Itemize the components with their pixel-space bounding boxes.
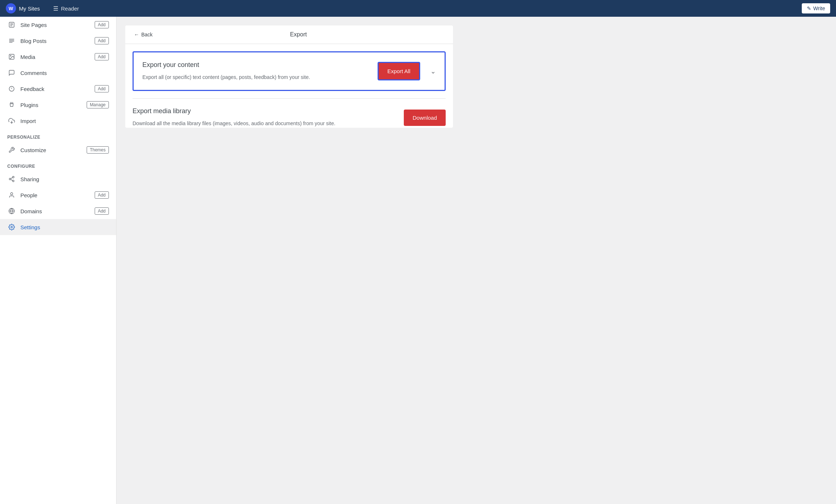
sidebar-item-media[interactable]: Media Add (0, 49, 116, 65)
plugins-icon (7, 100, 16, 109)
write-icon: ✎ (807, 5, 811, 11)
my-sites-nav[interactable]: W My Sites (6, 3, 46, 13)
svg-point-16 (12, 180, 14, 182)
posts-icon (7, 36, 16, 45)
main-content: ← Back Export Export your content Export… (117, 17, 836, 504)
sharing-icon (7, 175, 16, 183)
write-label: Write (813, 5, 825, 11)
comments-label: Comments (20, 70, 109, 76)
configure-section-title: Configure (0, 158, 116, 171)
export-page-title: Export (153, 31, 444, 38)
export-card: ← Back Export Export your content Export… (125, 25, 453, 128)
export-content-heading: Export your content (142, 61, 370, 69)
sidebar: Site Pages Add Blog Posts Add Media Add … (0, 17, 117, 504)
svg-point-14 (12, 176, 14, 178)
svg-point-19 (11, 193, 13, 195)
import-label: Import (20, 118, 109, 124)
feedback-add-badge[interactable]: Add (95, 85, 109, 92)
media-add-badge[interactable]: Add (95, 53, 109, 60)
settings-label: Settings (20, 224, 109, 230)
reader-icon: ☰ (53, 5, 58, 12)
comments-icon (7, 68, 16, 77)
site-pages-label: Site Pages (20, 22, 95, 28)
media-label: Media (20, 54, 95, 60)
domains-add-badge[interactable]: Add (95, 207, 109, 215)
people-add-badge[interactable]: Add (95, 191, 109, 199)
wp-logo: W (6, 3, 16, 13)
reader-nav[interactable]: ☰ Reader (47, 5, 85, 12)
sharing-label: Sharing (20, 176, 109, 182)
export-media-heading: Export media library (133, 107, 397, 115)
sidebar-item-sharing[interactable]: Sharing (0, 171, 116, 187)
back-label: Back (141, 32, 153, 37)
customize-label: Customize (20, 147, 87, 153)
page-icon (7, 20, 16, 29)
svg-point-9 (10, 55, 11, 56)
sidebar-item-settings[interactable]: Settings (0, 219, 116, 235)
my-sites-label: My Sites (19, 5, 40, 12)
feedback-icon (7, 84, 16, 93)
domains-icon (7, 207, 16, 215)
download-button[interactable]: Download (404, 110, 446, 126)
domains-label: Domains (20, 208, 95, 214)
back-arrow-icon: ← (134, 32, 139, 37)
export-content-desc: Export all (or specific) text content (p… (142, 73, 370, 81)
svg-line-18 (11, 178, 12, 179)
back-button[interactable]: ← Back (134, 32, 153, 37)
sidebar-item-feedback[interactable]: Feedback Add (0, 81, 116, 97)
sidebar-item-site-pages[interactable]: Site Pages Add (0, 17, 116, 33)
personalize-section-title: Personalize (0, 129, 116, 142)
svg-point-22 (11, 226, 13, 228)
feedback-label: Feedback (20, 86, 95, 92)
sidebar-item-blog-posts[interactable]: Blog Posts Add (0, 33, 116, 49)
export-media-text: Export media library Download all the me… (133, 107, 397, 127)
export-content-section: Export your content Export all (or speci… (133, 51, 446, 91)
topnav: W My Sites ☰ Reader ✎ Write (0, 0, 836, 17)
export-media-desc: Download all the media library files (im… (133, 119, 397, 127)
chevron-down-icon[interactable]: ⌄ (430, 67, 436, 75)
settings-icon (7, 223, 16, 231)
people-icon (7, 191, 16, 199)
media-icon (7, 52, 16, 61)
main-layout: Site Pages Add Blog Posts Add Media Add … (0, 17, 836, 504)
sidebar-item-plugins[interactable]: Plugins Manage (0, 97, 116, 113)
site-pages-add-badge[interactable]: Add (95, 21, 109, 28)
people-label: People (20, 192, 95, 198)
sidebar-item-domains[interactable]: Domains Add (0, 203, 116, 219)
import-icon (7, 116, 16, 125)
export-all-button[interactable]: Export All (378, 62, 420, 80)
customize-icon (7, 146, 16, 154)
export-card-header: ← Back Export (125, 25, 453, 44)
sidebar-item-customize[interactable]: Customize Themes (0, 142, 116, 158)
export-content-text: Export your content Export all (or speci… (142, 61, 370, 81)
blog-posts-label: Blog Posts (20, 38, 95, 44)
reader-label: Reader (61, 5, 79, 12)
svg-point-15 (9, 178, 11, 180)
plugins-manage-badge[interactable]: Manage (87, 101, 109, 108)
plugins-label: Plugins (20, 102, 87, 108)
write-button[interactable]: ✎ Write (802, 3, 830, 13)
export-media-section: Export media library Download all the me… (133, 98, 446, 127)
sidebar-item-people[interactable]: People Add (0, 187, 116, 203)
sidebar-item-comments[interactable]: Comments (0, 65, 116, 81)
customize-themes-badge[interactable]: Themes (87, 146, 109, 154)
svg-line-17 (11, 179, 12, 180)
blog-posts-add-badge[interactable]: Add (95, 37, 109, 44)
sidebar-item-import[interactable]: Import (0, 113, 116, 129)
